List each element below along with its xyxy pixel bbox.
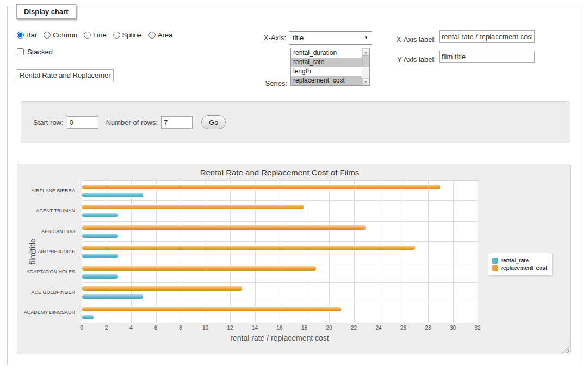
chart-legend: rental_ratereplacement_cost [488,253,553,276]
scroll-down-icon[interactable]: ▼ [362,78,369,85]
bar-replacement_cost[interactable] [82,266,317,271]
display-chart-panel: Display chart BarColumnLineSplineArea St… [7,7,580,365]
category-label: ADAPTATION HOLES [27,269,75,274]
xaxis-select-value: title [293,34,304,42]
chart-type-option-label: Area [158,31,172,39]
x-tick-label: 28 [425,325,431,331]
series-list-label: Series: [242,79,287,87]
stacked-label: Stacked [27,48,53,56]
bar-group [82,180,478,200]
x-tick-label: 2 [105,325,108,331]
chart-title: Rental Rate and Replacement Cost of Film… [82,168,478,177]
bar-rental_rate[interactable] [82,315,94,320]
start-row-input[interactable] [67,116,98,129]
chart-type-option-label: Spline [122,31,142,39]
chart-panel: Rental Rate and Replacement Cost of Film… [17,164,571,354]
page: Display chart BarColumnLineSplineArea St… [0,0,588,370]
legend-swatch-icon [492,265,498,271]
plot-area [82,180,478,323]
chart-type-option-spline[interactable]: Spline [113,31,142,39]
xaxis-label-field-label: X-Axis label: [388,35,436,43]
category-axis-labels: AIRPLANE SIERRAAGENT TRUMANAFRICAN EGGAF… [17,180,78,323]
bar-rental_rate[interactable] [82,253,119,259]
legend-item-label: rental_rate [501,258,529,264]
chart-type-radio-column[interactable] [44,32,51,39]
bar-rental_rate[interactable] [82,233,119,239]
bar-rental_rate[interactable] [82,294,144,299]
series-option-rental_duration[interactable]: rental_duration [291,48,362,58]
chart-type-option-label: Column [53,31,77,39]
x-tick-label: 24 [375,325,381,331]
series-multiselect[interactable]: rental_durationrental_ratelengthreplacem… [290,48,370,86]
x-axis-title: rental rate / replacement cost [82,334,478,342]
chart-type-radio-bar[interactable] [17,32,24,39]
category-label: ACE GOLDFINGER [31,290,75,295]
bar-replacement_cost[interactable] [82,286,243,291]
x-tick-label: 12 [227,325,233,331]
number-of-rows-label: Number of rows: [106,118,158,127]
x-tick-label: 22 [351,325,357,331]
x-tick-label: 8 [179,325,182,331]
x-tick-label: 6 [154,325,158,331]
legend-item-rental_rate[interactable]: rental_rate [492,258,547,264]
stacked-checkbox[interactable] [17,48,24,55]
number-of-rows-input[interactable] [161,116,193,129]
series-options: rental_durationrental_ratelengthreplacem… [291,48,362,85]
bar-group [82,200,478,221]
legend-swatch-icon [492,258,498,264]
bar-group [82,241,478,261]
scrollbar[interactable]: ▲ ▼ [362,48,369,85]
legend-item-replacement_cost[interactable]: replacement_cost [492,265,547,271]
x-tick-label: 10 [202,325,208,331]
legend-item-label: replacement_cost [501,265,547,271]
category-label: AIRPLANE SIERRA [31,188,75,193]
scroll-up-icon[interactable]: ▲ [362,48,369,55]
category-label: AFRICAN EGG [41,229,75,234]
chart-type-option-label: Line [93,31,107,39]
bar-rental_rate[interactable] [82,274,119,279]
horizontal-gridline [82,323,478,323]
x-tick-label: 14 [252,325,258,331]
xaxis-label-input[interactable] [439,30,535,43]
chart-type-option-area[interactable]: Area [148,31,172,39]
scrollbar-thumb[interactable] [362,55,369,67]
x-tick-label: 32 [474,325,480,331]
x-axis-ticks: 02468101214161820222426283032 [82,325,478,331]
chart-type-option-line[interactable]: Line [84,31,107,39]
series-option-rental_rate[interactable]: rental_rate [291,58,362,67]
series-option-length[interactable]: length [291,67,362,76]
chart-type-radio-spline[interactable] [113,32,120,39]
x-tick-label: 0 [80,325,83,331]
x-tick-label: 20 [326,325,332,331]
chart-type-radio-line[interactable] [84,32,91,39]
chart-type-option-column[interactable]: Column [44,31,77,39]
bar-rental_rate[interactable] [82,212,119,218]
bar-rental_rate[interactable] [82,192,144,198]
bar-replacement_cost[interactable] [82,225,366,230]
y-axis-title: film title [28,239,37,264]
chart-type-option-label: Bar [26,31,37,39]
x-tick-label: 4 [129,325,133,331]
row-range-panel: Start row: Number of rows: Go [21,101,570,143]
bar-group [82,262,478,282]
bar-replacement_cost[interactable] [82,184,441,190]
stacked-option[interactable]: Stacked [17,48,53,56]
xaxis-select-label: X-Axis: [247,34,286,42]
bar-replacement_cost[interactable] [82,306,342,312]
x-tick-label: 30 [450,325,456,331]
bar-replacement_cost[interactable] [82,204,304,210]
bar-replacement_cost[interactable] [82,245,416,250]
start-row-label: Start row: [33,118,64,127]
chart-type-option-bar[interactable]: Bar [17,31,37,39]
yaxis-label-input[interactable] [439,51,535,63]
go-button[interactable]: Go [201,115,226,129]
chart-type-radio-area[interactable] [148,32,156,39]
chart-title-input[interactable] [17,69,114,81]
x-tick-label: 18 [301,325,307,331]
vertical-gridline [478,180,478,323]
chart-type-radios: BarColumnLineSplineArea [17,31,172,39]
x-tick-label: 16 [276,325,282,331]
resize-handle-icon[interactable] [562,346,569,353]
xaxis-select[interactable]: title ▼ [289,31,372,45]
series-option-replacement_cost[interactable]: replacement_cost [291,76,362,85]
